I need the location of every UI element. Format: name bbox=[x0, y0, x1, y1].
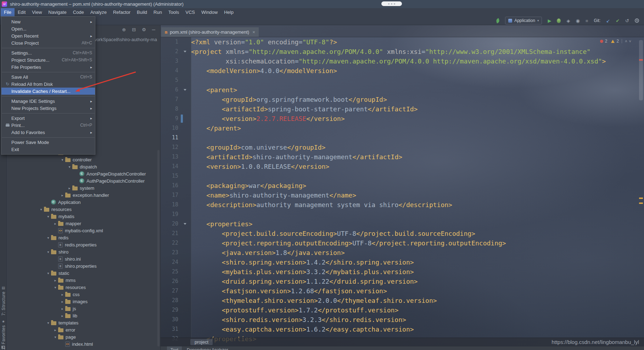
breadcrumb-project[interactable]: project bbox=[190, 339, 213, 345]
menu-refactor[interactable]: Refactor bbox=[110, 8, 134, 16]
code-line[interactable]: 24 <shiro.spring.version>1.4.2</shiro.sp… bbox=[161, 257, 638, 267]
code-line[interactable]: 3 xsi:schemaLocation="http://maven.apach… bbox=[161, 56, 638, 66]
tree-item-shiro-properties[interactable]: ≡shiro.properties bbox=[7, 262, 160, 270]
tree-item-mybatis-config-xml[interactable]: <>mybatis-config.xml bbox=[7, 227, 160, 234]
code-line[interactable]: 8 <artifactId>spring-boot-starter-parent… bbox=[161, 104, 638, 114]
fold-arrow-icon[interactable] bbox=[184, 89, 186, 91]
editor-tab-pom[interactable]: m pom.xml (shiro-authority-management) × bbox=[161, 27, 259, 37]
code-line[interactable]: 26 <druid.spring.version>1.1.22</druid.s… bbox=[161, 277, 638, 286]
tree-item-dispatch[interactable]: ▾dispatch bbox=[7, 163, 160, 170]
menu-tools[interactable]: Tools bbox=[165, 8, 182, 16]
close-tab-icon[interactable]: × bbox=[252, 29, 255, 35]
menu-item-new[interactable]: New▸ bbox=[1, 18, 95, 25]
code-line[interactable]: 6 <parent> bbox=[161, 85, 638, 95]
menu-edit[interactable]: Edit bbox=[15, 8, 29, 16]
rollback-icon[interactable]: ↺ bbox=[625, 18, 629, 23]
warning-stripe-mark[interactable] bbox=[639, 202, 643, 204]
menu-build[interactable]: Build bbox=[134, 8, 150, 16]
collapse-all-icon[interactable]: ⊟ bbox=[132, 27, 136, 32]
menu-file[interactable]: File bbox=[1, 8, 15, 16]
menu-item-export[interactable]: Export▸ bbox=[1, 115, 95, 122]
editor-scrollbar[interactable] bbox=[638, 37, 644, 350]
chevron-down-icon[interactable]: ▾ bbox=[67, 165, 72, 169]
code-line[interactable]: 17 <name>shiro-authority-management</nam… bbox=[161, 190, 638, 200]
menu-item-invalidate-caches-restart[interactable]: Invalidate Caches / Restart... bbox=[1, 88, 95, 95]
commit-icon[interactable]: ✔ bbox=[616, 18, 620, 23]
menu-item-power-save-mode[interactable]: Power Save Mode bbox=[1, 139, 95, 146]
code-line[interactable]: 4 <modelVersion>4.0.0</modelVersion> bbox=[161, 66, 638, 76]
tree-item-controller[interactable]: ▾controller bbox=[7, 156, 160, 163]
next-issue-icon[interactable]: ˅ bbox=[629, 39, 631, 43]
tree-item-application[interactable]: CApplication bbox=[7, 199, 160, 206]
code-line[interactable]: 9 <version>2.2.7.RELEASE</version> bbox=[161, 114, 638, 123]
tree-item-images[interactable]: ▸images bbox=[7, 298, 160, 305]
error-stripe-mark[interactable] bbox=[639, 59, 643, 61]
menu-item-settings[interactable]: Settings...Ctrl+Alt+S bbox=[1, 49, 95, 56]
plugin-leaf-icon[interactable] bbox=[495, 18, 500, 23]
menu-vcs[interactable]: VCS bbox=[182, 8, 198, 16]
run-icon[interactable]: ▶ bbox=[548, 18, 551, 23]
menu-item-manage-ide-settings[interactable]: Manage IDE Settings▸ bbox=[1, 98, 95, 105]
chevron-down-icon[interactable]: ▾ bbox=[52, 335, 58, 339]
code-line[interactable]: 2<project xmlns="http://maven.apache.org… bbox=[161, 47, 638, 56]
scrollbar-thumb[interactable] bbox=[639, 40, 643, 100]
code-line[interactable]: 13 <artifactId>shiro-authority-managemen… bbox=[161, 152, 638, 162]
tree-item-templates[interactable]: ▾templates bbox=[7, 319, 160, 326]
menu-run[interactable]: Run bbox=[150, 8, 165, 16]
tree-item-shiro[interactable]: ▾shiro bbox=[7, 248, 160, 255]
project-scrollbar[interactable] bbox=[157, 150, 159, 346]
menu-item-new-projects-settings[interactable]: New Projects Settings▸ bbox=[1, 105, 95, 112]
warning-stripe-mark[interactable] bbox=[639, 198, 643, 199]
chevron-right-icon[interactable]: ▸ bbox=[60, 300, 65, 304]
code-line[interactable]: 15 bbox=[161, 171, 638, 181]
menu-item-open[interactable]: Open... bbox=[1, 25, 95, 32]
tree-item-mapper[interactable]: ▸mapper bbox=[7, 220, 160, 227]
code-line[interactable]: 1<?xml version="1.0" encoding="UTF-8"?> bbox=[161, 37, 638, 47]
code-line[interactable]: 19 bbox=[161, 210, 638, 219]
code-line[interactable]: 20 <properties> bbox=[161, 219, 638, 229]
toolwindow-favorites[interactable]: ★ 2: Favorites bbox=[0, 320, 7, 350]
code-view[interactable]: 1<?xml version="1.0" encoding="UTF-8"?>2… bbox=[161, 37, 638, 350]
tree-item-redis[interactable]: ▾redis bbox=[7, 234, 160, 241]
code-line[interactable]: 11 bbox=[161, 133, 638, 143]
chevron-right-icon[interactable]: ▸ bbox=[52, 278, 58, 282]
code-line[interactable]: 31 <easy.captcha.version>1.6.2</easy.cap… bbox=[161, 324, 638, 334]
chevron-right-icon[interactable]: ▸ bbox=[60, 293, 65, 296]
fold-arrow-icon[interactable] bbox=[184, 223, 186, 225]
code-line[interactable]: 5 bbox=[161, 76, 638, 85]
locate-icon[interactable]: ⊕ bbox=[122, 27, 126, 32]
tree-item-lib[interactable]: ▸lib bbox=[7, 312, 160, 319]
code-line[interactable]: 22 <project.reporting.outputEncoding>UTF… bbox=[161, 238, 638, 248]
stop-icon[interactable]: ■ bbox=[586, 18, 588, 23]
code-line[interactable]: 14 <version>1.0.0.RELEASE</version> bbox=[161, 162, 638, 171]
debug-icon[interactable] bbox=[557, 18, 561, 23]
code-line[interactable]: 16 <packaging>war</packaging> bbox=[161, 181, 638, 190]
tree-item-system[interactable]: ▸system bbox=[7, 184, 160, 191]
tree-item-page[interactable]: ▾page bbox=[7, 333, 160, 340]
code-line[interactable]: 28 <thymeleaf.shiro.version>2.0.0</thyme… bbox=[161, 296, 638, 305]
code-line[interactable]: 23 <java.version>1.8</java.version> bbox=[161, 248, 638, 257]
toolwindow-structure[interactable]: ▤ 7: Structure bbox=[0, 286, 7, 316]
menu-item-project-structure[interactable]: Project Structure...Ctrl+Alt+Shift+S bbox=[1, 56, 95, 63]
menu-window[interactable]: Window bbox=[198, 8, 221, 16]
menu-item-exit[interactable]: Exit bbox=[1, 146, 95, 153]
tree-item-error[interactable]: ▸error bbox=[7, 326, 160, 333]
chevron-right-icon[interactable]: ▸ bbox=[60, 307, 65, 311]
run-config-select[interactable]: Application ▾ bbox=[505, 17, 542, 24]
chevron-down-icon[interactable]: ▾ bbox=[52, 285, 58, 289]
tree-item-js[interactable]: ▸js bbox=[7, 305, 160, 312]
tree-item-mybatis[interactable]: ▾mybatis bbox=[7, 213, 160, 220]
bottom-tab-dependency-analyzer[interactable]: Dependency Analyzer bbox=[183, 346, 232, 350]
chevron-right-icon[interactable]: ▸ bbox=[52, 222, 58, 226]
chevron-right-icon[interactable]: ▸ bbox=[60, 314, 65, 318]
tree-item-mms[interactable]: ▸mms bbox=[7, 277, 160, 284]
menu-item-file-properties[interactable]: File Properties▸ bbox=[1, 63, 95, 71]
code-line[interactable]: 10 </parent> bbox=[161, 123, 638, 133]
chevron-right-icon[interactable]: ▸ bbox=[67, 186, 72, 190]
fold-arrow-icon[interactable] bbox=[184, 51, 186, 52]
code-line[interactable]: 29 <protostuff.version>1.7.2</protostuff… bbox=[161, 305, 638, 315]
inspections-widget[interactable]: 2 2 ˄ ˅ bbox=[600, 39, 631, 44]
menu-item-reload-all-from-disk[interactable]: ↻Reload All from Disk bbox=[1, 80, 95, 88]
code-line[interactable]: 18 <description>authority management sys… bbox=[161, 200, 638, 210]
hide-icon[interactable]: ─ bbox=[152, 27, 155, 32]
